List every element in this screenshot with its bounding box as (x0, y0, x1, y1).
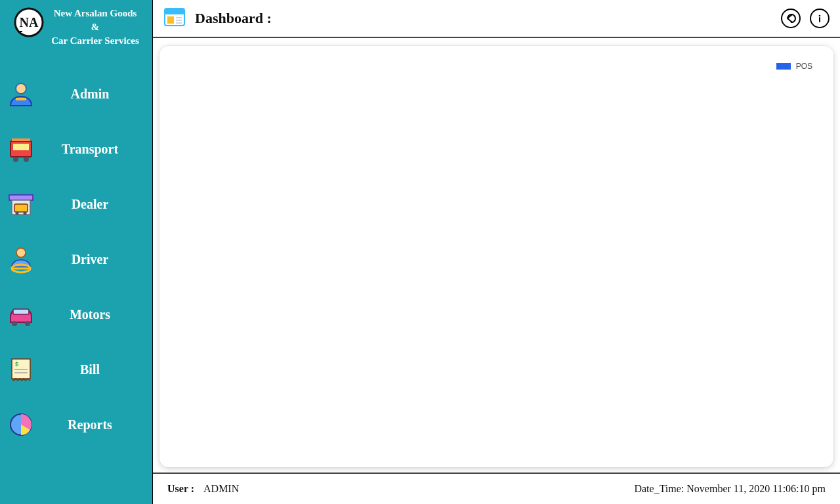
page-title: Dashboard : (195, 10, 272, 27)
brand-line1: New Arsalan Goods (51, 7, 139, 20)
back-button[interactable] (781, 9, 801, 28)
svg-rect-3 (16, 98, 26, 100)
sidebar-item-motors[interactable]: Motors (0, 297, 152, 331)
brand-line2: & (51, 20, 139, 34)
main: Dashboard : POS (152, 0, 840, 504)
status-datetime-label: Date_Time: (634, 483, 684, 495)
sidebar-item-label: Reports (54, 417, 146, 432)
svg-point-7 (24, 157, 29, 162)
svg-point-2 (16, 83, 26, 94)
svg-point-18 (12, 321, 17, 326)
sidebar-item-label: Bill (54, 362, 146, 377)
sidebar-item-driver[interactable]: Driver (0, 242, 152, 276)
svg-point-13 (24, 212, 27, 215)
svg-rect-11 (14, 204, 28, 212)
svg-rect-5 (13, 144, 29, 150)
dealer-garage-icon (7, 190, 35, 219)
svg-rect-9 (9, 195, 33, 200)
sidebar: NA New Arsalan Goods & Car Carrier Servi… (0, 0, 152, 504)
legend-swatch-icon (776, 63, 791, 70)
topbar: Dashboard : (153, 0, 840, 38)
svg-point-31 (819, 15, 821, 17)
chart-legend: POS (776, 62, 812, 71)
driver-icon (7, 245, 35, 274)
svg-text:NA: NA (20, 15, 39, 30)
content-area: POS (153, 38, 840, 472)
statusbar: User : ADMIN Date_Time: November 11, 202… (153, 472, 840, 504)
info-button[interactable] (810, 9, 830, 28)
sidebar-item-label: Driver (54, 252, 146, 267)
admin-user-icon (7, 79, 35, 108)
brand-logo-icon: NA (13, 7, 45, 38)
sidebar-item-label: Transport (54, 142, 146, 157)
pie-chart-icon (7, 410, 35, 439)
sidebar-item-label: Admin (54, 87, 146, 102)
svg-point-14 (16, 248, 26, 257)
brand-title: New Arsalan Goods & Car Carrier Services (51, 7, 139, 48)
sidebar-item-reports[interactable]: Reports (0, 408, 152, 442)
svg-point-6 (13, 157, 18, 162)
svg-point-19 (25, 321, 30, 326)
bill-receipt-icon: $ (7, 355, 35, 384)
svg-point-12 (16, 212, 19, 215)
dashboard-app-icon (163, 6, 186, 31)
truck-icon (7, 135, 35, 163)
svg-rect-26 (165, 9, 184, 14)
svg-text:$: $ (15, 361, 18, 368)
svg-rect-8 (12, 138, 30, 141)
svg-rect-27 (167, 16, 174, 24)
car-icon (7, 300, 35, 329)
status-user-label: User : (167, 483, 194, 495)
sidebar-item-admin[interactable]: Admin (0, 77, 152, 111)
sidebar-item-transport[interactable]: Transport (0, 132, 152, 166)
sidebar-item-dealer[interactable]: Dealer (0, 187, 152, 221)
brand: NA New Arsalan Goods & Car Carrier Servi… (0, 0, 152, 57)
svg-rect-17 (13, 309, 29, 314)
brand-line3: Car Carrier Services (51, 34, 139, 48)
legend-label: POS (796, 62, 812, 71)
dashboard-card: POS (159, 46, 833, 467)
sidebar-nav: Admin Transport (0, 57, 152, 442)
status-datetime-value: November 11, 2020 11:06:10 pm (686, 483, 826, 495)
status-user-value: ADMIN (203, 483, 239, 495)
sidebar-item-label: Dealer (54, 197, 146, 212)
sidebar-item-bill[interactable]: $ Bill (0, 352, 152, 387)
sidebar-item-label: Motors (54, 307, 146, 322)
